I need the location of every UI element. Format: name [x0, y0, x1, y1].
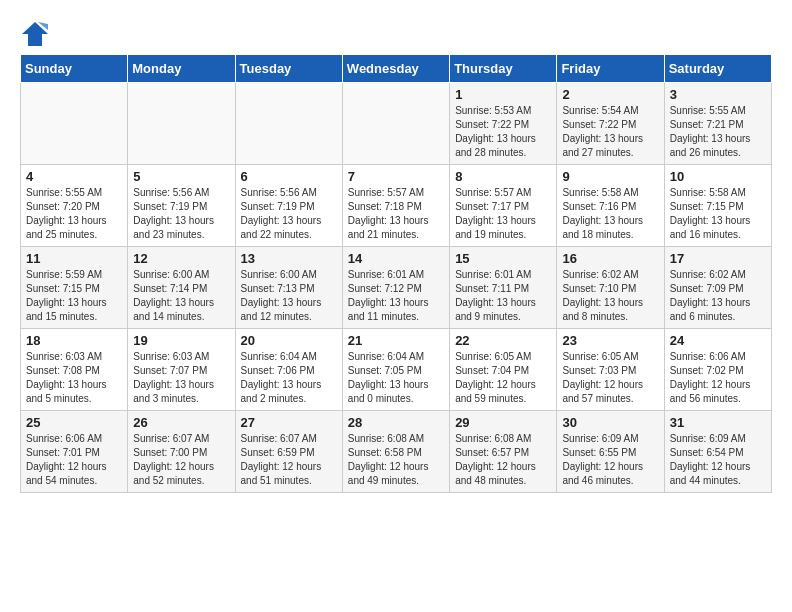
day-info: Sunrise: 6:07 AM Sunset: 6:59 PM Dayligh… — [241, 432, 337, 488]
weekday-row: SundayMondayTuesdayWednesdayThursdayFrid… — [21, 55, 772, 83]
day-number: 31 — [670, 415, 766, 430]
day-number: 10 — [670, 169, 766, 184]
day-info: Sunrise: 6:00 AM Sunset: 7:13 PM Dayligh… — [241, 268, 337, 324]
day-info: Sunrise: 6:09 AM Sunset: 6:55 PM Dayligh… — [562, 432, 658, 488]
day-info: Sunrise: 6:02 AM Sunset: 7:09 PM Dayligh… — [670, 268, 766, 324]
day-info: Sunrise: 6:07 AM Sunset: 7:00 PM Dayligh… — [133, 432, 229, 488]
calendar-cell: 13Sunrise: 6:00 AM Sunset: 7:13 PM Dayli… — [235, 247, 342, 329]
calendar-body: 1Sunrise: 5:53 AM Sunset: 7:22 PM Daylig… — [21, 83, 772, 493]
day-info: Sunrise: 6:06 AM Sunset: 7:01 PM Dayligh… — [26, 432, 122, 488]
day-info: Sunrise: 5:58 AM Sunset: 7:16 PM Dayligh… — [562, 186, 658, 242]
day-number: 23 — [562, 333, 658, 348]
day-info: Sunrise: 6:05 AM Sunset: 7:04 PM Dayligh… — [455, 350, 551, 406]
day-number: 28 — [348, 415, 444, 430]
calendar-cell: 25Sunrise: 6:06 AM Sunset: 7:01 PM Dayli… — [21, 411, 128, 493]
day-info: Sunrise: 5:59 AM Sunset: 7:15 PM Dayligh… — [26, 268, 122, 324]
calendar-table: SundayMondayTuesdayWednesdayThursdayFrid… — [20, 54, 772, 493]
calendar-cell: 2Sunrise: 5:54 AM Sunset: 7:22 PM Daylig… — [557, 83, 664, 165]
day-number: 15 — [455, 251, 551, 266]
calendar-cell — [128, 83, 235, 165]
day-info: Sunrise: 6:03 AM Sunset: 7:07 PM Dayligh… — [133, 350, 229, 406]
calendar-cell: 21Sunrise: 6:04 AM Sunset: 7:05 PM Dayli… — [342, 329, 449, 411]
day-info: Sunrise: 6:08 AM Sunset: 6:57 PM Dayligh… — [455, 432, 551, 488]
day-number: 20 — [241, 333, 337, 348]
calendar-cell — [21, 83, 128, 165]
day-number: 5 — [133, 169, 229, 184]
day-number: 1 — [455, 87, 551, 102]
day-info: Sunrise: 5:57 AM Sunset: 7:17 PM Dayligh… — [455, 186, 551, 242]
logo — [20, 20, 54, 44]
calendar-cell: 12Sunrise: 6:00 AM Sunset: 7:14 PM Dayli… — [128, 247, 235, 329]
weekday-header-tuesday: Tuesday — [235, 55, 342, 83]
calendar-week-2: 4Sunrise: 5:55 AM Sunset: 7:20 PM Daylig… — [21, 165, 772, 247]
day-number: 30 — [562, 415, 658, 430]
calendar-cell: 5Sunrise: 5:56 AM Sunset: 7:19 PM Daylig… — [128, 165, 235, 247]
day-info: Sunrise: 6:03 AM Sunset: 7:08 PM Dayligh… — [26, 350, 122, 406]
calendar-cell: 9Sunrise: 5:58 AM Sunset: 7:16 PM Daylig… — [557, 165, 664, 247]
day-info: Sunrise: 5:55 AM Sunset: 7:20 PM Dayligh… — [26, 186, 122, 242]
calendar-week-1: 1Sunrise: 5:53 AM Sunset: 7:22 PM Daylig… — [21, 83, 772, 165]
day-info: Sunrise: 6:04 AM Sunset: 7:05 PM Dayligh… — [348, 350, 444, 406]
day-info: Sunrise: 5:56 AM Sunset: 7:19 PM Dayligh… — [241, 186, 337, 242]
calendar-cell: 17Sunrise: 6:02 AM Sunset: 7:09 PM Dayli… — [664, 247, 771, 329]
calendar-cell: 28Sunrise: 6:08 AM Sunset: 6:58 PM Dayli… — [342, 411, 449, 493]
calendar-cell: 1Sunrise: 5:53 AM Sunset: 7:22 PM Daylig… — [450, 83, 557, 165]
calendar-cell: 3Sunrise: 5:55 AM Sunset: 7:21 PM Daylig… — [664, 83, 771, 165]
calendar-cell: 20Sunrise: 6:04 AM Sunset: 7:06 PM Dayli… — [235, 329, 342, 411]
day-number: 26 — [133, 415, 229, 430]
day-number: 14 — [348, 251, 444, 266]
day-info: Sunrise: 5:53 AM Sunset: 7:22 PM Dayligh… — [455, 104, 551, 160]
calendar-header: SundayMondayTuesdayWednesdayThursdayFrid… — [21, 55, 772, 83]
day-number: 21 — [348, 333, 444, 348]
calendar-week-3: 11Sunrise: 5:59 AM Sunset: 7:15 PM Dayli… — [21, 247, 772, 329]
day-info: Sunrise: 6:02 AM Sunset: 7:10 PM Dayligh… — [562, 268, 658, 324]
calendar-cell: 4Sunrise: 5:55 AM Sunset: 7:20 PM Daylig… — [21, 165, 128, 247]
day-number: 3 — [670, 87, 766, 102]
calendar-cell — [235, 83, 342, 165]
calendar-cell: 8Sunrise: 5:57 AM Sunset: 7:17 PM Daylig… — [450, 165, 557, 247]
day-info: Sunrise: 6:09 AM Sunset: 6:54 PM Dayligh… — [670, 432, 766, 488]
day-number: 2 — [562, 87, 658, 102]
day-info: Sunrise: 6:01 AM Sunset: 7:12 PM Dayligh… — [348, 268, 444, 324]
calendar-cell: 23Sunrise: 6:05 AM Sunset: 7:03 PM Dayli… — [557, 329, 664, 411]
weekday-header-sunday: Sunday — [21, 55, 128, 83]
day-info: Sunrise: 6:08 AM Sunset: 6:58 PM Dayligh… — [348, 432, 444, 488]
calendar-cell: 29Sunrise: 6:08 AM Sunset: 6:57 PM Dayli… — [450, 411, 557, 493]
day-number: 7 — [348, 169, 444, 184]
day-number: 11 — [26, 251, 122, 266]
weekday-header-thursday: Thursday — [450, 55, 557, 83]
calendar-cell: 27Sunrise: 6:07 AM Sunset: 6:59 PM Dayli… — [235, 411, 342, 493]
day-info: Sunrise: 5:55 AM Sunset: 7:21 PM Dayligh… — [670, 104, 766, 160]
calendar-week-4: 18Sunrise: 6:03 AM Sunset: 7:08 PM Dayli… — [21, 329, 772, 411]
day-info: Sunrise: 5:54 AM Sunset: 7:22 PM Dayligh… — [562, 104, 658, 160]
day-number: 29 — [455, 415, 551, 430]
day-number: 12 — [133, 251, 229, 266]
day-info: Sunrise: 6:05 AM Sunset: 7:03 PM Dayligh… — [562, 350, 658, 406]
day-number: 13 — [241, 251, 337, 266]
day-info: Sunrise: 6:00 AM Sunset: 7:14 PM Dayligh… — [133, 268, 229, 324]
calendar-cell: 7Sunrise: 5:57 AM Sunset: 7:18 PM Daylig… — [342, 165, 449, 247]
day-number: 22 — [455, 333, 551, 348]
calendar-cell: 11Sunrise: 5:59 AM Sunset: 7:15 PM Dayli… — [21, 247, 128, 329]
weekday-header-friday: Friday — [557, 55, 664, 83]
day-number: 8 — [455, 169, 551, 184]
calendar-cell: 26Sunrise: 6:07 AM Sunset: 7:00 PM Dayli… — [128, 411, 235, 493]
calendar-cell: 31Sunrise: 6:09 AM Sunset: 6:54 PM Dayli… — [664, 411, 771, 493]
day-number: 9 — [562, 169, 658, 184]
day-number: 17 — [670, 251, 766, 266]
calendar-cell: 14Sunrise: 6:01 AM Sunset: 7:12 PM Dayli… — [342, 247, 449, 329]
calendar-cell: 24Sunrise: 6:06 AM Sunset: 7:02 PM Dayli… — [664, 329, 771, 411]
calendar-cell: 22Sunrise: 6:05 AM Sunset: 7:04 PM Dayli… — [450, 329, 557, 411]
day-number: 16 — [562, 251, 658, 266]
day-number: 27 — [241, 415, 337, 430]
calendar-cell: 30Sunrise: 6:09 AM Sunset: 6:55 PM Dayli… — [557, 411, 664, 493]
day-info: Sunrise: 5:56 AM Sunset: 7:19 PM Dayligh… — [133, 186, 229, 242]
weekday-header-wednesday: Wednesday — [342, 55, 449, 83]
calendar-cell: 6Sunrise: 5:56 AM Sunset: 7:19 PM Daylig… — [235, 165, 342, 247]
day-number: 19 — [133, 333, 229, 348]
calendar-cell: 18Sunrise: 6:03 AM Sunset: 7:08 PM Dayli… — [21, 329, 128, 411]
day-number: 25 — [26, 415, 122, 430]
page-header — [20, 20, 772, 44]
day-number: 4 — [26, 169, 122, 184]
day-info: Sunrise: 5:58 AM Sunset: 7:15 PM Dayligh… — [670, 186, 766, 242]
